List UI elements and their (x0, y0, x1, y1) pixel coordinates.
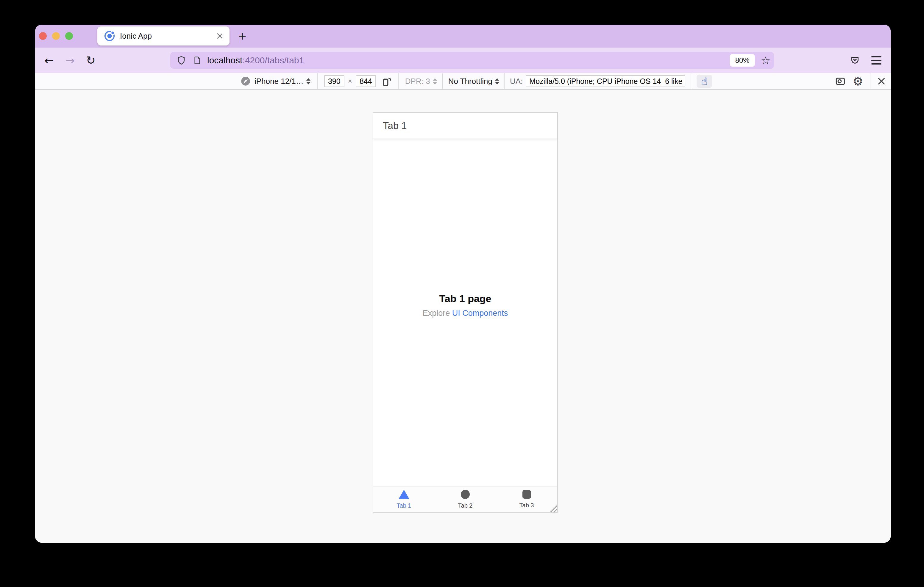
separator (870, 73, 870, 89)
url-host: localhost (207, 55, 242, 65)
close-rdm-icon[interactable] (877, 77, 886, 86)
touch-simulation-toggle[interactable]: ☝ (696, 75, 712, 88)
minimize-window-button[interactable] (52, 32, 60, 40)
tab-button-tab3[interactable]: Tab 3 (496, 487, 557, 512)
browser-compass-icon (241, 76, 251, 86)
url-path: :4200/tabs/tab1 (242, 55, 304, 65)
circle-icon (461, 490, 470, 499)
rdm-content-area: Tab 1 Tab 1 page Explore UI Components T… (35, 90, 891, 543)
separator (691, 73, 691, 89)
user-agent-input[interactable] (526, 75, 685, 87)
responsive-design-toolbar: iPhone 12/1… × DPR: 3 No Throttling UA: … (35, 73, 891, 90)
ui-components-link[interactable]: UI Components (452, 309, 508, 317)
settings-gear-icon[interactable]: ⚙ (853, 75, 863, 87)
tab-label: Tab 1 (397, 502, 411, 509)
titlebar: Ionic App + (35, 25, 891, 48)
page-title: Tab 1 (383, 120, 407, 132)
touch-icon: ☝ (701, 75, 708, 87)
bookmark-star-icon[interactable]: ☆ (761, 54, 771, 67)
screenshot-camera-icon[interactable] (835, 76, 846, 87)
device-selector-stepper-icon[interactable] (306, 78, 310, 84)
separator (504, 73, 505, 89)
triangle-icon (399, 490, 409, 499)
url-bar[interactable]: localhost:4200/tabs/tab1 80% ☆ (170, 52, 774, 69)
dpr-stepper-icon[interactable] (433, 78, 437, 84)
separator (442, 73, 443, 89)
close-window-button[interactable] (39, 32, 47, 40)
throttling-stepper-icon[interactable] (495, 78, 499, 84)
toolbar-right-icons (848, 54, 883, 67)
dpr-selector[interactable]: DPR: 3 (405, 77, 430, 86)
browser-tab-ionic-app[interactable]: Ionic App (97, 26, 229, 46)
content-subtitle: Explore UI Components (373, 309, 557, 318)
page-content: Tab 1 page Explore UI Components (373, 293, 557, 318)
content-title: Tab 1 page (373, 293, 557, 304)
forward-icon[interactable]: → (63, 54, 77, 67)
browser-window: Ionic App + ← → ↻ (35, 25, 891, 543)
tab-button-tab1[interactable]: Tab 1 (373, 487, 435, 512)
rdm-right-controls: ⚙ (835, 73, 886, 89)
throttling-selector[interactable]: No Throttling (448, 77, 492, 86)
viewport-width-input[interactable] (324, 75, 345, 87)
tab-label: Tab 2 (458, 502, 473, 509)
navigation-toolbar: ← → ↻ localhost:4200/tabs/tab1 80% ☆ (35, 48, 891, 73)
close-tab-icon[interactable] (216, 32, 224, 40)
square-icon (522, 490, 531, 499)
dimensions-separator: × (348, 77, 352, 86)
viewport-height-input[interactable] (356, 75, 376, 87)
url-text: localhost:4200/tabs/tab1 (207, 55, 304, 66)
ionic-tab-bar: Tab 1 Tab 2 Tab 3 (373, 486, 557, 512)
shield-icon[interactable] (176, 55, 186, 66)
tab-button-tab2[interactable]: Tab 2 (435, 487, 496, 512)
menu-icon[interactable] (870, 54, 883, 67)
reload-icon[interactable]: ↻ (84, 54, 97, 67)
page-info-icon[interactable] (192, 56, 202, 65)
separator (317, 73, 318, 89)
pocket-icon[interactable] (848, 54, 862, 67)
ionic-header: Tab 1 (373, 113, 557, 139)
device-viewport: Tab 1 Tab 1 page Explore UI Components T… (373, 112, 558, 513)
ua-label: UA: (510, 77, 523, 86)
zoom-window-button[interactable] (65, 32, 73, 40)
new-tab-button[interactable]: + (234, 27, 251, 45)
ionic-favicon-icon (104, 30, 115, 42)
traffic-lights (39, 32, 73, 40)
tab-label: Tab 3 (520, 502, 534, 509)
tab-title: Ionic App (120, 31, 216, 41)
explore-text: Explore (423, 309, 450, 317)
device-selector[interactable]: iPhone 12/1… (254, 77, 304, 86)
back-icon[interactable]: ← (42, 54, 56, 67)
separator (398, 73, 399, 89)
zoom-level-badge[interactable]: 80% (730, 54, 755, 67)
rotate-viewport-icon[interactable] (381, 76, 392, 87)
